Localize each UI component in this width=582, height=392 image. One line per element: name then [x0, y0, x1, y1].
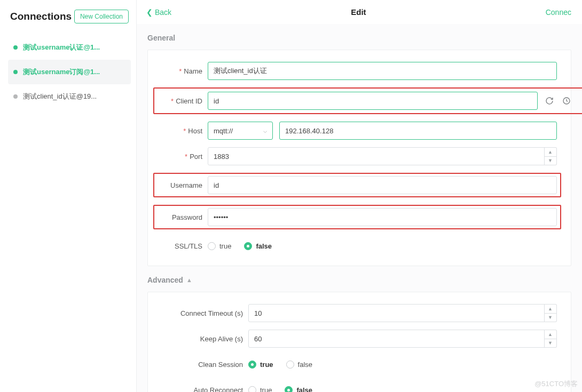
- status-dot-icon: [13, 70, 18, 74]
- back-button[interactable]: ❮ Back: [146, 8, 171, 17]
- watermark-text: @51CTO博客: [534, 379, 578, 389]
- auto-reconnect-label: Auto Reconnect: [158, 386, 248, 393]
- connect-button[interactable]: Connec: [546, 8, 571, 17]
- name-label: *Name: [158, 67, 208, 75]
- chevron-left-icon: ❮: [146, 8, 153, 17]
- radio-label: true: [219, 242, 231, 250]
- step-up[interactable]: ▲: [544, 305, 556, 314]
- history-icon[interactable]: [561, 95, 572, 106]
- username-label: Username: [158, 181, 208, 189]
- username-input[interactable]: [208, 176, 557, 194]
- clean-session-false-radio[interactable]: false: [286, 361, 312, 369]
- host-scheme-value: mqtt://: [214, 127, 233, 135]
- ssl-false-radio[interactable]: false: [244, 242, 272, 250]
- port-input[interactable]: [208, 147, 545, 165]
- client-id-input[interactable]: [208, 92, 538, 110]
- status-dot-icon: [13, 94, 18, 99]
- keep-alive-label: Keep Alive (s): [158, 335, 248, 343]
- ssl-label: SSL/TLS: [158, 242, 208, 250]
- radio-label: false: [256, 242, 272, 250]
- auto-reconnect-true-radio[interactable]: true: [248, 386, 272, 393]
- step-up[interactable]: ▲: [544, 330, 556, 339]
- step-down[interactable]: ▼: [544, 314, 556, 322]
- connections-title: Connections: [10, 11, 72, 22]
- name-input[interactable]: [208, 62, 557, 80]
- host-input[interactable]: [279, 122, 557, 140]
- radio-label: false: [296, 386, 312, 393]
- keep-alive-input[interactable]: [248, 330, 545, 348]
- section-title-general: General: [147, 24, 571, 50]
- radio-label: false: [298, 361, 312, 369]
- refresh-icon[interactable]: [544, 95, 555, 106]
- clean-session-label: Clean Session: [158, 361, 248, 369]
- password-label: Password: [158, 213, 208, 221]
- port-label: *Port: [158, 153, 208, 161]
- section-title-advanced[interactable]: Advanced ▲: [147, 266, 571, 292]
- back-label: Back: [155, 8, 171, 17]
- auto-reconnect-false-radio[interactable]: false: [285, 386, 312, 393]
- host-label: *Host: [158, 127, 208, 135]
- host-scheme-select[interactable]: mqtt:// ⌵: [208, 122, 273, 140]
- radio-label: true: [260, 361, 273, 369]
- connect-timeout-input[interactable]: [248, 304, 545, 322]
- clean-session-true-radio[interactable]: true: [248, 361, 273, 369]
- port-step-up[interactable]: ▲: [544, 148, 556, 157]
- new-collection-button[interactable]: New Collection: [74, 10, 129, 23]
- connection-label: 测试username订阅@1...: [23, 67, 100, 77]
- ssl-true-radio[interactable]: true: [208, 242, 231, 250]
- connection-item[interactable]: 测试username认证@1...: [8, 35, 131, 60]
- caret-up-icon: ▲: [186, 277, 192, 283]
- connection-item[interactable]: 测试username订阅@1...: [8, 60, 131, 84]
- client-id-label: *Client ID: [158, 97, 208, 105]
- page-title: Edit: [351, 7, 366, 17]
- password-input[interactable]: [208, 208, 557, 226]
- chevron-down-icon: ⌵: [263, 127, 267, 134]
- connection-label: 测试client_id认证@19...: [23, 92, 97, 101]
- status-dot-icon: [13, 45, 18, 50]
- connection-label: 测试username认证@1...: [23, 43, 100, 52]
- port-step-down[interactable]: ▼: [544, 157, 556, 165]
- connection-item[interactable]: 测试client_id认证@19...: [8, 84, 131, 109]
- step-down[interactable]: ▼: [544, 339, 556, 348]
- connect-timeout-label: Connect Timeout (s): [158, 309, 248, 317]
- connection-list: 测试username认证@1... 测试username订阅@1... 测试cl…: [8, 35, 131, 109]
- radio-label: true: [260, 386, 272, 393]
